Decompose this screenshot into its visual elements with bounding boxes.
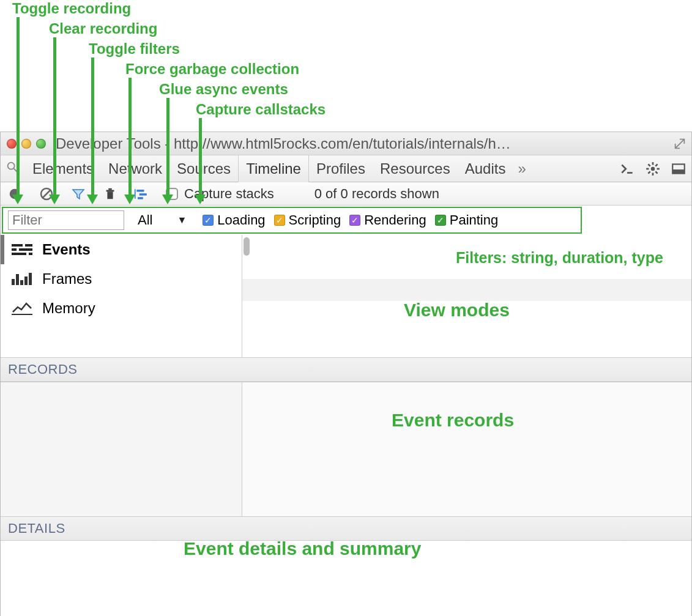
records-main (242, 382, 691, 516)
svg-rect-17 (107, 191, 113, 199)
duration-select[interactable]: All ▼ (133, 211, 194, 229)
svg-rect-19 (108, 188, 112, 190)
svg-rect-25 (25, 244, 32, 247)
svg-line-9 (655, 171, 657, 173)
annotation-toggle-filters: Toggle filters (89, 40, 180, 58)
svg-rect-22 (140, 193, 147, 195)
record-button[interactable] (7, 186, 23, 202)
chevron-down-icon: ▼ (177, 215, 187, 226)
checkbox-icon: ✓ (203, 215, 214, 226)
svg-point-14 (10, 188, 20, 199)
zoom-window-button[interactable] (36, 139, 46, 149)
memory-icon (12, 301, 34, 316)
tab-timeline[interactable]: Timeline (238, 155, 309, 182)
svg-point-3 (651, 166, 655, 171)
filter-loading[interactable]: ✓Loading (203, 212, 265, 228)
overview-area (242, 235, 691, 357)
window-title: Developer Tools - http://www.html5rocks.… (56, 135, 685, 152)
duration-select-label: All (138, 212, 152, 228)
details-header: DETAILS (1, 516, 691, 541)
devtools-window: Developer Tools - http://www.html5rocks.… (0, 132, 692, 616)
annotation-clear-recording: Clear recording (49, 20, 157, 37)
annotation-force-gc: Force garbage collection (125, 61, 299, 78)
timeline-toolbar: Capture stacks 0 of 0 records shown (1, 182, 691, 206)
search-icon[interactable] (6, 160, 19, 177)
records-header: RECORDS (1, 357, 691, 382)
filter-painting[interactable]: ✓Painting (435, 212, 499, 228)
mode-events[interactable]: Events (1, 235, 242, 264)
svg-rect-33 (24, 276, 28, 285)
svg-rect-31 (16, 274, 19, 285)
tab-sources[interactable]: Sources (169, 155, 238, 182)
annotation-capture-callstacks: Capture callstacks (196, 101, 326, 118)
svg-rect-21 (136, 190, 144, 191)
svg-rect-30 (12, 279, 15, 285)
tab-audits[interactable]: Audits (458, 155, 513, 182)
capture-stacks-checkbox[interactable] (166, 188, 178, 200)
tab-resources[interactable]: Resources (373, 155, 458, 182)
garbage-collect-button[interactable] (102, 186, 118, 202)
svg-line-16 (42, 190, 51, 198)
mode-memory[interactable]: Memory (1, 294, 242, 323)
checkbox-icon: ✓ (349, 215, 360, 226)
svg-rect-32 (20, 280, 23, 285)
filter-rendering[interactable]: ✓Rendering (349, 212, 426, 228)
svg-line-10 (648, 171, 650, 173)
records-sidebar (1, 382, 242, 516)
scrollbar-thumb[interactable] (244, 237, 250, 256)
panel-tabs: Elements Network Sources Timeline Profil… (1, 155, 691, 182)
mode-label: Frames (42, 270, 92, 288)
traffic-lights (7, 139, 46, 149)
tab-elements[interactable]: Elements (25, 155, 101, 182)
svg-rect-29 (29, 253, 32, 255)
svg-rect-18 (106, 190, 114, 191)
minimize-window-button[interactable] (21, 139, 31, 149)
svg-point-0 (8, 162, 15, 169)
events-icon (12, 243, 34, 256)
close-window-button[interactable] (7, 139, 17, 149)
annotation-glue-async: Glue async events (159, 81, 288, 98)
checkbox-icon: ✓ (274, 215, 285, 226)
tab-profiles[interactable]: Profiles (309, 155, 373, 182)
capture-stacks-label: Capture stacks (184, 186, 274, 202)
annotation-toggle-recording: Toggle recording (12, 0, 131, 17)
filter-scripting[interactable]: ✓Scripting (274, 212, 341, 228)
filter-input[interactable] (8, 210, 124, 230)
svg-rect-23 (138, 197, 143, 199)
console-icon[interactable] (619, 161, 635, 177)
svg-rect-34 (29, 273, 32, 285)
details-panel (1, 541, 691, 616)
tabs-overflow-button[interactable]: » (513, 160, 530, 177)
mode-frames[interactable]: Frames (1, 264, 242, 294)
svg-rect-26 (12, 248, 17, 251)
window-titlebar: Developer Tools - http://www.html5rocks.… (1, 132, 691, 155)
checkbox-icon: ✓ (435, 215, 446, 226)
popout-icon[interactable] (673, 137, 686, 150)
filters-bar: All ▼ ✓Loading ✓Scripting ✓Rendering ✓Pa… (2, 207, 582, 234)
svg-rect-13 (672, 169, 685, 174)
settings-icon[interactable] (645, 161, 661, 177)
clear-button[interactable] (39, 186, 54, 202)
view-modes-sidebar: Events Frames Memory (1, 235, 242, 357)
svg-rect-24 (12, 244, 23, 247)
svg-line-11 (655, 164, 657, 166)
svg-rect-27 (19, 248, 32, 251)
filter-icon[interactable] (70, 186, 86, 202)
records-status: 0 of 0 records shown (314, 186, 439, 202)
tab-network[interactable]: Network (101, 155, 169, 182)
mode-label: Memory (42, 300, 95, 317)
mode-label: Events (42, 241, 91, 258)
glue-async-button[interactable] (134, 186, 150, 202)
svg-line-8 (648, 164, 650, 166)
svg-line-1 (14, 168, 18, 172)
dock-icon[interactable] (671, 161, 686, 177)
frames-icon (12, 272, 34, 286)
svg-rect-28 (12, 253, 26, 255)
